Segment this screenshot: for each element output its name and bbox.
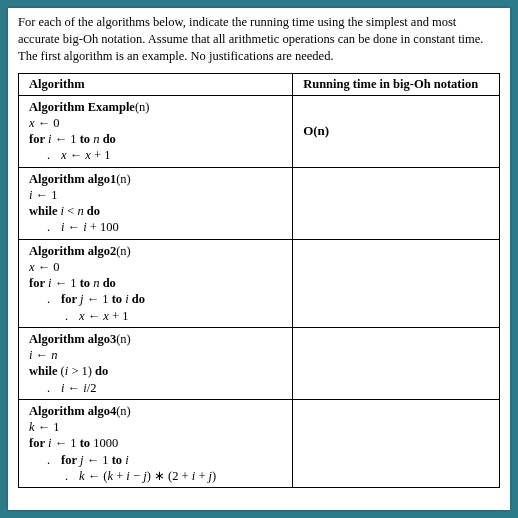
table-row: Algorithm Example(n)x ← 0for i ← 1 to n … [19,95,500,167]
page: For each of the algorithms below, indica… [8,8,510,510]
code-line: x ← x + 1 [29,147,286,163]
table-row: Algorithm algo4(n)k ← 1for i ← 1 to 1000… [19,399,500,487]
code-line: while i < n do [29,203,286,219]
table-row: Algorithm algo1(n)i ← 1while i < n doi ←… [19,167,500,239]
algorithm-title: Algorithm algo2(n) [29,243,286,259]
header-running-time: Running time in big-Oh notation [293,73,500,95]
code-line: i ← i + 100 [29,219,286,235]
algorithm-title: Algorithm algo4(n) [29,403,286,419]
running-time-cell: O(n) [293,95,500,167]
instructions-text: For each of the algorithms below, indica… [18,14,500,65]
running-time-cell [293,167,500,239]
code-line: x ← 0 [29,259,286,275]
algorithm-title: Algorithm algo1(n) [29,171,286,187]
code-line: k ← (k + i − j) ∗ (2 + i + j) [29,468,286,484]
table-row: Algorithm algo2(n)x ← 0for i ← 1 to n do… [19,239,500,327]
table-row: Algorithm algo3(n)i ← nwhile (i > 1) doi… [19,327,500,399]
code-line: for j ← 1 to i [29,452,286,468]
algorithm-cell: Algorithm algo1(n)i ← 1while i < n doi ←… [19,167,293,239]
code-line: for i ← 1 to n do [29,131,286,147]
running-time-cell [293,399,500,487]
code-line: i ← n [29,347,286,363]
algorithm-table: Algorithm Running time in big-Oh notatio… [18,73,500,489]
code-line: x ← 0 [29,115,286,131]
running-time-cell [293,239,500,327]
header-algorithm: Algorithm [19,73,293,95]
algorithm-cell: Algorithm Example(n)x ← 0for i ← 1 to n … [19,95,293,167]
code-line: for i ← 1 to 1000 [29,435,286,451]
algorithm-cell: Algorithm algo2(n)x ← 0for i ← 1 to n do… [19,239,293,327]
algorithm-title: Algorithm Example(n) [29,99,286,115]
code-line: k ← 1 [29,419,286,435]
code-line: for j ← 1 to i do [29,291,286,307]
table-header-row: Algorithm Running time in big-Oh notatio… [19,73,500,95]
running-time-cell [293,327,500,399]
code-line: for i ← 1 to n do [29,275,286,291]
code-line: while (i > 1) do [29,363,286,379]
algorithm-title: Algorithm algo3(n) [29,331,286,347]
code-line: i ← i/2 [29,380,286,396]
code-line: i ← 1 [29,187,286,203]
code-line: x ← x + 1 [29,308,286,324]
algorithm-cell: Algorithm algo3(n)i ← nwhile (i > 1) doi… [19,327,293,399]
algorithm-cell: Algorithm algo4(n)k ← 1for i ← 1 to 1000… [19,399,293,487]
